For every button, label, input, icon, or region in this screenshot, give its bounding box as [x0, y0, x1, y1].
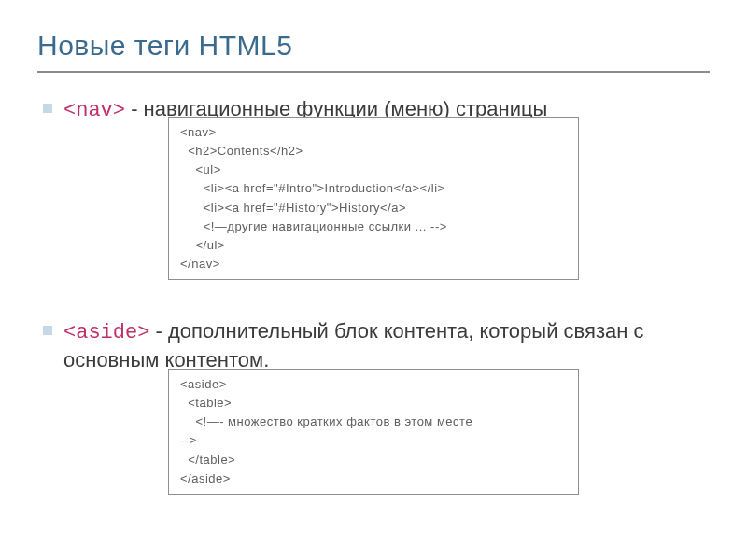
bullet-item-aside: <aside> - дополнительный блок контента, …	[37, 317, 710, 374]
code-line: <aside>	[180, 375, 567, 394]
code-line: -->	[180, 431, 567, 450]
code-line: </aside>	[180, 469, 567, 488]
code-line: <h2>Contents</h2>	[180, 142, 567, 161]
bullet-icon	[43, 104, 52, 113]
code-example-nav: <nav> <h2>Contents</h2> <ul> <li><a href…	[168, 117, 579, 280]
code-line: <!—- множество кратких фактов в этом мес…	[180, 413, 567, 431]
code-line: </ul>	[180, 236, 567, 255]
code-line: <ul>	[180, 161, 567, 179]
tag-aside: <aside>	[63, 321, 149, 344]
code-line: <table>	[180, 394, 567, 413]
desc-aside: - дополнительный блок контента, который …	[63, 319, 644, 372]
code-example-aside: <aside> <table> <!—- множество кратких ф…	[168, 369, 579, 495]
bullet-text-aside: <aside> - дополнительный блок контента, …	[63, 317, 710, 374]
code-line: </nav>	[180, 255, 567, 273]
bullet-icon	[43, 326, 52, 335]
code-line: <!—другие навигационные ссылки ... -->	[180, 217, 567, 236]
slide-title: Новые теги HTML5	[37, 30, 710, 73]
code-line: <li><a href="#Intro">Introduction</a></l…	[180, 179, 567, 198]
code-line: <nav>	[180, 123, 567, 142]
tag-nav: <nav>	[63, 99, 125, 122]
code-line: <li><a href="#History">History</a>	[180, 199, 567, 217]
code-line: </table>	[180, 451, 567, 469]
